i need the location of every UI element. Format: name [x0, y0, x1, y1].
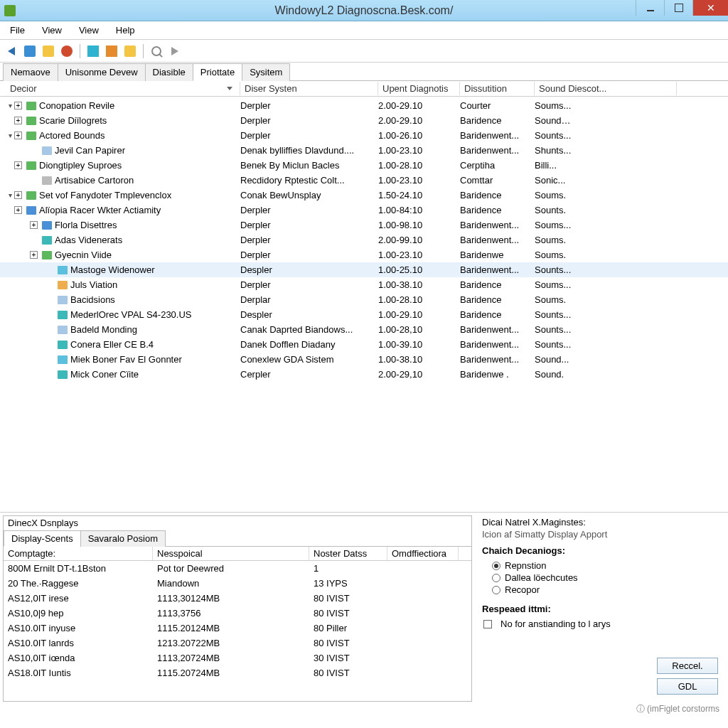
close-button[interactable]	[692, 0, 728, 16]
tree-row[interactable]: Badeld MondingCanak Daprted Biandows...1…	[0, 322, 728, 337]
tree-cell: Sound.	[535, 369, 677, 380]
grid-row[interactable]: AS10,0IT iœnda1113,20724MB30 IVIST	[4, 651, 471, 665]
tool-icon-4[interactable]	[86, 44, 100, 58]
grid-row[interactable]: AS10.0IT lanrds1213.20722MB80 IVIST	[4, 636, 471, 651]
expand-icon[interactable]: +	[30, 251, 38, 259]
main-tabs: Nemaove Unisonme Devew Diasible Priottat…	[0, 63, 728, 81]
menu-view-2[interactable]: View	[72, 23, 106, 38]
grid-row[interactable]: AS10,0|9 hep1113,375680 IVIST	[4, 606, 471, 621]
radio-option[interactable]: Dallea löechcutes	[492, 572, 721, 583]
maximize-button[interactable]	[664, 0, 692, 16]
expand-icon[interactable]: +	[14, 191, 22, 199]
gdl-button[interactable]: GDL	[657, 678, 718, 695]
minimize-button[interactable]	[636, 0, 664, 16]
tree-row[interactable]: +Gyecnin ViideDerpler1.00-23.10Baridenwe…	[0, 247, 728, 262]
tool-icon-1[interactable]	[23, 44, 37, 58]
tree-row[interactable]: +Set vof Fanydoter TmplevencloxConak Bew…	[0, 188, 728, 203]
tree-cell: Baridenwent...	[460, 264, 535, 275]
radio-icon[interactable]	[492, 586, 500, 594]
tree-cell: Derpler	[240, 220, 378, 230]
tree-label: Diongtipley Suproes	[39, 160, 122, 171]
tree-cell: Billi...	[535, 160, 677, 171]
menu-help[interactable]: Help	[109, 23, 142, 38]
reccel-button[interactable]: Reccel.	[657, 658, 718, 674]
tool-icon-2[interactable]	[41, 44, 55, 58]
col-header-diser[interactable]: Diser Systen	[240, 82, 378, 95]
back-icon[interactable]	[4, 44, 18, 58]
tree-row[interactable]: Mastoge WidenowerDespler1.00-25.10Baride…	[0, 262, 728, 277]
sub-tab-savaralo[interactable]: Savaralo Posiom	[80, 530, 166, 547]
col-header-upent[interactable]: Upent Diagnotis	[378, 82, 460, 95]
tree-row[interactable]: MederlOrec VPAL S4-230.USDespler1.00-29.…	[0, 307, 728, 322]
tree-row[interactable]: Mick Coner CïiteCerpler2.00-29,10Bariden…	[0, 367, 728, 382]
grid-row[interactable]: AS10.0IT inyuse1115.20124MB80 Piller	[4, 621, 471, 636]
checkbox-icon[interactable]	[483, 620, 492, 628]
expand-icon[interactable]: +	[14, 206, 22, 214]
window-controls	[636, 0, 728, 16]
menu-file[interactable]: File	[3, 23, 32, 38]
radio-icon[interactable]	[492, 562, 500, 570]
tool-icon-6[interactable]	[123, 44, 137, 58]
sub-tab-display-scents[interactable]: Display-Scents	[4, 530, 81, 547]
tree-cell: Soums.	[535, 250, 677, 260]
tree-row[interactable]: Adas VideneratsDerpler2.00-99.10Baridenw…	[0, 232, 728, 247]
tab-sysitem[interactable]: Sysitem	[242, 63, 290, 81]
radio-icon[interactable]	[492, 574, 500, 582]
tree-row[interactable]: Miek Boner Fav El GonnterConexlew GDA Si…	[0, 352, 728, 367]
grid-col-nesspoical[interactable]: Nesspoical	[153, 547, 309, 560]
tree-row[interactable]: +Diongtipley SuproesBenek By Miclun Bacl…	[0, 158, 728, 173]
tree-label: Miek Boner Fav El Gonnter	[70, 354, 182, 365]
radio-label: Dallea löechcutes	[505, 572, 578, 583]
col-header-sound[interactable]: Sound Diescot...	[535, 82, 677, 95]
tab-diasible[interactable]: Diasible	[145, 63, 193, 81]
tree-row[interactable]: +Florla DisettresDerpler1.00-98.10Baride…	[0, 218, 728, 232]
grid-row[interactable]: AS18.0IT Iuntis1115.20724MB80 IVIST	[4, 665, 471, 680]
tool-icon-5[interactable]	[105, 44, 119, 58]
app-icon	[4, 5, 16, 16]
expand-icon[interactable]: +	[14, 161, 22, 169]
tab-unisonme[interactable]: Unisonme Devew	[58, 63, 146, 81]
tree-row[interactable]: +Alïopia Racer Wkter ActiamityDerpler1.0…	[0, 203, 728, 218]
tree-row[interactable]: Conera Eller CE B.4Danek Dofflen Diadany…	[0, 337, 728, 352]
tree-cell: Sound...	[535, 354, 677, 365]
grid-col-omd[interactable]: Omdffiectiora	[387, 547, 459, 560]
tab-nemaove[interactable]: Nemaove	[3, 63, 58, 81]
grid-row[interactable]: AS12,0IT irese1113,30124MB80 IVIST	[4, 591, 471, 606]
tree-row[interactable]: +Conopation RevileDerpler2.00-29.10Court…	[0, 98, 728, 113]
grid-col-comptagte[interactable]: Comptagte:	[4, 547, 153, 560]
expand-icon[interactable]: +	[30, 221, 38, 229]
grid-cell: Miandown	[153, 578, 309, 589]
col-header-decior[interactable]: Decior	[6, 82, 240, 95]
menu-view[interactable]: View	[35, 23, 69, 38]
tree-cell: Conak BewUnsplay	[240, 190, 378, 200]
radio-option[interactable]: Repnstion	[492, 560, 721, 571]
grid-cell: 1213.20722MB	[153, 638, 309, 648]
folder-icon	[26, 102, 36, 110]
tab-priottate[interactable]: Priottate	[193, 63, 242, 81]
dropdown-icon[interactable]	[227, 87, 232, 90]
expand-icon[interactable]: +	[14, 102, 22, 109]
expand-icon[interactable]: +	[14, 117, 22, 124]
folder-icon	[58, 296, 68, 304]
grid-row[interactable]: 800M Ernilt DT-t.1BstonPot tor Deewred1	[4, 561, 471, 576]
search-icon[interactable]	[149, 44, 164, 58]
grid-body[interactable]: 800M Ernilt DT-t.1BstonPot tor Deewred12…	[4, 561, 471, 680]
tree-row[interactable]: Jevil Can PapirerDenak bylliffies Dlavdu…	[0, 143, 728, 158]
tree-cell: 1.00-23.10	[378, 175, 460, 186]
grid-col-roster[interactable]: Noster Datss	[309, 547, 387, 560]
grid-row[interactable]: 20 The.·RaggeseMiandown13 IYPS	[4, 576, 471, 591]
checkbox-row[interactable]: No for anstianding to l arys	[483, 619, 721, 629]
expand-icon[interactable]: +	[14, 132, 22, 139]
tree-row[interactable]: Artisabice CartoronRecdidory Rptestic Co…	[0, 173, 728, 188]
col-header-dissutition[interactable]: Dissutition	[460, 82, 535, 95]
forward-icon[interactable]	[168, 44, 182, 58]
tree-row[interactable]: +Actored BoundsDerpler1.00-26.10Baridenw…	[0, 128, 728, 143]
tool-icon-3[interactable]	[60, 44, 74, 58]
tree-row[interactable]: Juls ViationDerpler1.00-38.10BaridenceSo…	[0, 277, 728, 292]
folder-icon	[58, 370, 68, 379]
radio-option[interactable]: Recopor	[492, 584, 721, 595]
tree-view[interactable]: +Conopation RevileDerpler2.00-29.10Court…	[0, 97, 728, 513]
tree-row[interactable]: +Scarie DiïlogretsDerpler2.00-29.10Barid…	[0, 113, 728, 128]
tree-row[interactable]: BacidsionsDerplar1.00-28.10BaridenceSoum…	[0, 292, 728, 307]
tree-cell: Despler	[240, 309, 378, 320]
